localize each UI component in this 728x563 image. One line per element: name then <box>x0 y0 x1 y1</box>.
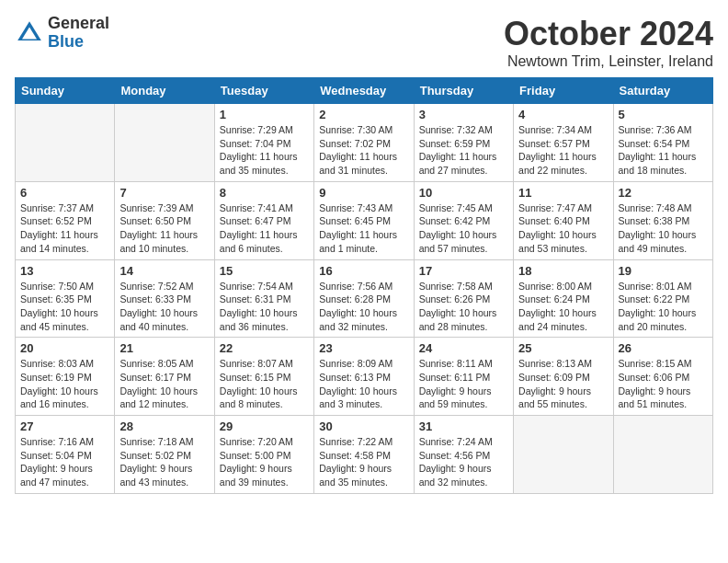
day-info: Sunrise: 7:18 AM Sunset: 5:02 PM Dayligh… <box>119 435 209 489</box>
day-cell: 17Sunrise: 7:58 AM Sunset: 6:26 PM Dayli… <box>414 259 513 338</box>
day-number: 21 <box>119 341 209 355</box>
day-number: 29 <box>220 419 309 433</box>
day-number: 5 <box>619 108 708 121</box>
day-info: Sunrise: 8:03 AM Sunset: 6:19 PM Dayligh… <box>20 357 109 411</box>
day-number: 7 <box>119 186 209 200</box>
day-info: Sunrise: 8:00 AM Sunset: 6:24 PM Dayligh… <box>518 280 608 334</box>
day-cell <box>514 416 613 494</box>
day-cell: 20Sunrise: 8:03 AM Sunset: 6:19 PM Dayli… <box>16 338 115 416</box>
day-cell: 16Sunrise: 7:56 AM Sunset: 6:28 PM Dayli… <box>314 259 414 338</box>
weekday-header-saturday: Saturday <box>613 78 712 104</box>
weekday-header-tuesday: Tuesday <box>214 78 313 104</box>
day-info: Sunrise: 7:36 AM Sunset: 6:54 PM Dayligh… <box>619 123 708 178</box>
day-cell: 6Sunrise: 7:37 AM Sunset: 6:52 PM Daylig… <box>16 181 115 259</box>
day-cell: 29Sunrise: 7:20 AM Sunset: 5:00 PM Dayli… <box>214 416 313 494</box>
day-number: 10 <box>419 186 508 200</box>
day-cell: 10Sunrise: 7:45 AM Sunset: 6:42 PM Dayli… <box>414 181 513 259</box>
logo-icon <box>15 18 44 48</box>
day-info: Sunrise: 7:30 AM Sunset: 7:02 PM Dayligh… <box>319 123 408 178</box>
day-info: Sunrise: 7:32 AM Sunset: 6:59 PM Dayligh… <box>419 123 508 178</box>
day-cell: 9Sunrise: 7:43 AM Sunset: 6:45 PM Daylig… <box>314 181 414 259</box>
day-number: 12 <box>619 186 708 200</box>
weekday-header-sunday: Sunday <box>16 78 115 104</box>
day-cell: 4Sunrise: 7:34 AM Sunset: 6:57 PM Daylig… <box>514 104 613 182</box>
day-info: Sunrise: 7:48 AM Sunset: 6:38 PM Dayligh… <box>619 201 708 256</box>
day-number: 20 <box>20 341 109 355</box>
day-cell <box>115 104 214 182</box>
day-number: 31 <box>419 419 508 433</box>
day-info: Sunrise: 8:13 AM Sunset: 6:09 PM Dayligh… <box>518 357 608 411</box>
day-info: Sunrise: 7:56 AM Sunset: 6:28 PM Dayligh… <box>319 280 408 334</box>
day-number: 2 <box>319 108 408 121</box>
week-row-3: 13Sunrise: 7:50 AM Sunset: 6:35 PM Dayli… <box>16 259 713 338</box>
day-number: 17 <box>419 264 508 278</box>
day-info: Sunrise: 7:54 AM Sunset: 6:31 PM Dayligh… <box>220 280 309 334</box>
day-info: Sunrise: 8:15 AM Sunset: 6:06 PM Dayligh… <box>619 357 708 411</box>
day-info: Sunrise: 8:11 AM Sunset: 6:11 PM Dayligh… <box>419 357 508 411</box>
day-cell: 28Sunrise: 7:18 AM Sunset: 5:02 PM Dayli… <box>115 416 214 494</box>
day-cell: 21Sunrise: 8:05 AM Sunset: 6:17 PM Dayli… <box>115 338 214 416</box>
weekday-header-monday: Monday <box>115 78 214 104</box>
day-number: 13 <box>20 264 109 278</box>
month-title: October 2024 <box>504 15 713 53</box>
day-cell: 19Sunrise: 8:01 AM Sunset: 6:22 PM Dayli… <box>613 259 712 338</box>
day-cell: 25Sunrise: 8:13 AM Sunset: 6:09 PM Dayli… <box>514 338 613 416</box>
week-row-5: 27Sunrise: 7:16 AM Sunset: 5:04 PM Dayli… <box>16 416 713 494</box>
day-number: 16 <box>319 264 408 278</box>
day-info: Sunrise: 8:01 AM Sunset: 6:22 PM Dayligh… <box>619 280 708 334</box>
logo-blue: Blue <box>48 33 109 52</box>
day-cell <box>16 104 115 182</box>
day-number: 24 <box>419 341 508 355</box>
day-info: Sunrise: 7:29 AM Sunset: 7:04 PM Dayligh… <box>220 123 309 178</box>
day-number: 1 <box>220 108 309 121</box>
day-cell: 30Sunrise: 7:22 AM Sunset: 4:58 PM Dayli… <box>314 416 414 494</box>
location: Newtown Trim, Leinster, Ireland <box>504 53 713 70</box>
title-area: October 2024 Newtown Trim, Leinster, Ire… <box>504 15 713 70</box>
day-number: 15 <box>220 264 309 278</box>
day-info: Sunrise: 7:22 AM Sunset: 4:58 PM Dayligh… <box>319 435 408 489</box>
day-info: Sunrise: 7:45 AM Sunset: 6:42 PM Dayligh… <box>419 201 508 256</box>
day-number: 6 <box>20 186 109 200</box>
day-info: Sunrise: 8:09 AM Sunset: 6:13 PM Dayligh… <box>319 357 408 411</box>
day-info: Sunrise: 8:05 AM Sunset: 6:17 PM Dayligh… <box>119 357 209 411</box>
day-number: 8 <box>220 186 309 200</box>
day-cell: 15Sunrise: 7:54 AM Sunset: 6:31 PM Dayli… <box>214 259 313 338</box>
day-number: 14 <box>119 264 209 278</box>
day-info: Sunrise: 7:43 AM Sunset: 6:45 PM Dayligh… <box>319 201 408 256</box>
day-cell: 26Sunrise: 8:15 AM Sunset: 6:06 PM Dayli… <box>613 338 712 416</box>
day-cell: 23Sunrise: 8:09 AM Sunset: 6:13 PM Dayli… <box>314 338 414 416</box>
day-info: Sunrise: 7:41 AM Sunset: 6:47 PM Dayligh… <box>220 201 309 256</box>
logo-text: General Blue <box>48 15 109 52</box>
day-cell <box>613 416 712 494</box>
day-cell: 11Sunrise: 7:47 AM Sunset: 6:40 PM Dayli… <box>514 181 613 259</box>
day-cell: 13Sunrise: 7:50 AM Sunset: 6:35 PM Dayli… <box>16 259 115 338</box>
day-number: 4 <box>518 108 608 121</box>
day-info: Sunrise: 8:07 AM Sunset: 6:15 PM Dayligh… <box>220 357 309 411</box>
weekday-header-friday: Friday <box>514 78 613 104</box>
day-number: 9 <box>319 186 408 200</box>
day-info: Sunrise: 7:24 AM Sunset: 4:56 PM Dayligh… <box>419 435 508 489</box>
day-number: 26 <box>619 341 708 355</box>
day-number: 23 <box>319 341 408 355</box>
day-cell: 22Sunrise: 8:07 AM Sunset: 6:15 PM Dayli… <box>214 338 313 416</box>
day-info: Sunrise: 7:37 AM Sunset: 6:52 PM Dayligh… <box>20 201 109 256</box>
day-info: Sunrise: 7:16 AM Sunset: 5:04 PM Dayligh… <box>20 435 109 489</box>
day-number: 11 <box>518 186 608 200</box>
day-info: Sunrise: 7:20 AM Sunset: 5:00 PM Dayligh… <box>220 435 309 489</box>
day-number: 25 <box>518 341 608 355</box>
day-cell: 27Sunrise: 7:16 AM Sunset: 5:04 PM Dayli… <box>16 416 115 494</box>
day-info: Sunrise: 7:52 AM Sunset: 6:33 PM Dayligh… <box>119 280 209 334</box>
weekday-header-thursday: Thursday <box>414 78 513 104</box>
weekday-header-wednesday: Wednesday <box>314 78 414 104</box>
day-number: 28 <box>119 419 209 433</box>
week-row-4: 20Sunrise: 8:03 AM Sunset: 6:19 PM Dayli… <box>16 338 713 416</box>
day-cell: 31Sunrise: 7:24 AM Sunset: 4:56 PM Dayli… <box>414 416 513 494</box>
day-number: 27 <box>20 419 109 433</box>
day-cell: 3Sunrise: 7:32 AM Sunset: 6:59 PM Daylig… <box>414 104 513 182</box>
day-info: Sunrise: 7:39 AM Sunset: 6:50 PM Dayligh… <box>119 201 209 256</box>
weekday-header-row: SundayMondayTuesdayWednesdayThursdayFrid… <box>16 78 713 104</box>
day-number: 3 <box>419 108 508 121</box>
day-number: 18 <box>518 264 608 278</box>
day-info: Sunrise: 7:50 AM Sunset: 6:35 PM Dayligh… <box>20 280 109 334</box>
day-cell: 12Sunrise: 7:48 AM Sunset: 6:38 PM Dayli… <box>613 181 712 259</box>
